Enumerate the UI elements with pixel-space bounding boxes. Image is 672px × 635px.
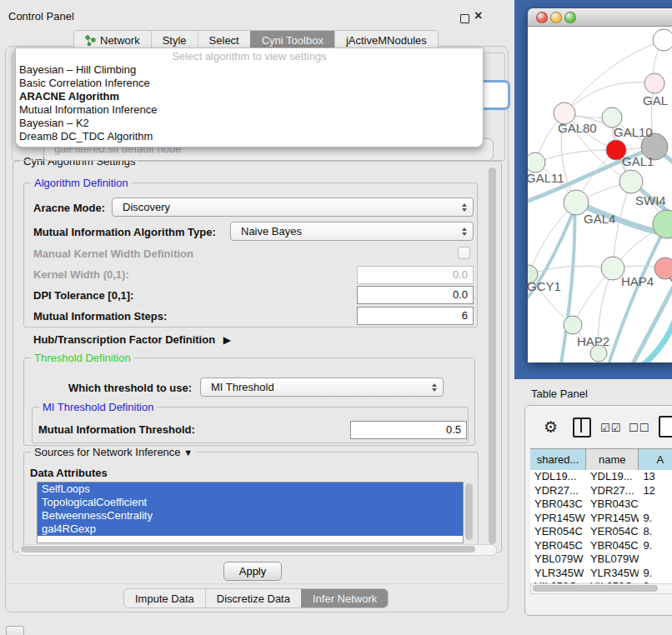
tab-style[interactable]: Style: [151, 31, 198, 49]
manual-kernel-label: Manual Kernel Width Definition: [33, 248, 193, 260]
table-cell: YBR045C: [586, 539, 639, 553]
data-attributes-list[interactable]: SelfLoopsTopologicalCoefficientBetweenne…: [37, 482, 464, 543]
tab-select[interactable]: Select: [198, 31, 250, 49]
node-label-y: Y: [669, 274, 672, 288]
table-cell: 8.: [639, 525, 672, 539]
node-label-gal1: GAL1: [622, 154, 654, 168]
table-panel-title: Table Panel: [531, 388, 588, 400]
aracne-mode-combo[interactable]: Discovery: [112, 198, 474, 217]
network-node-topn[interactable]: [653, 29, 672, 51]
table-row[interactable]: YER054CYER054C8.: [530, 525, 672, 539]
tab-impute-data[interactable]: Impute Data: [124, 589, 205, 608]
mi-steps-field[interactable]: 6: [357, 307, 474, 325]
zoom-traffic-light[interactable]: [564, 12, 576, 23]
minimize-traffic-light[interactable]: [550, 12, 562, 23]
column-header-name[interactable]: name: [586, 449, 639, 470]
table-cell: YBL079W: [530, 552, 586, 567]
table-row[interactable]: YDL19...YDL19...13: [530, 470, 672, 484]
close-panel-button[interactable]: ×: [474, 12, 482, 20]
network-graph[interactable]: GALGAL80GAL10GAL1GAL11SWI4GAL4GCY1HAP4YH…: [528, 27, 672, 362]
kernel-width-field[interactable]: 0.0: [357, 266, 474, 284]
network-window-titlebar[interactable]: [528, 8, 672, 27]
algorithm-option-bayesian-hill-climbing[interactable]: Bayesian – Hill Climbing: [16, 63, 483, 77]
divider: [7, 583, 505, 584]
attribute-item-betweennesscentrality[interactable]: BetweennessCentrality: [38, 509, 463, 522]
attribute-item-topologicalcoefficient[interactable]: TopologicalCoefficient: [38, 496, 463, 509]
node-label-gal: GAL: [643, 93, 668, 108]
mi-threshold-field[interactable]: 0.5: [350, 421, 467, 439]
collapsed-panel-button[interactable]: [6, 626, 24, 635]
close-traffic-light[interactable]: [536, 12, 548, 23]
columns-divider: [580, 419, 582, 432]
table-row[interactable]: YPR145WYPR145W9.: [530, 512, 672, 526]
table-row[interactable]: YBL079WYBL079W: [530, 552, 672, 567]
table-cell: YBL079W: [586, 552, 639, 567]
algorithm-list: Bayesian – Hill ClimbingBasic Correlatio…: [16, 63, 483, 143]
table-cell: YBR043C: [586, 498, 639, 512]
algorithm-dropdown-popup: Select algorithm to view settings Bayesi…: [15, 48, 484, 148]
network-edge-highlighted: [561, 205, 574, 362]
table-cell: YDL19...: [530, 470, 586, 484]
manual-kernel-checkbox[interactable]: [458, 247, 470, 259]
table-cell: YDR27...: [586, 484, 639, 498]
algorithm-option-aracne-algorithm[interactable]: ARACNE Algorithm: [16, 90, 483, 103]
columns-icon[interactable]: [573, 418, 591, 438]
tab-network-label: Network: [100, 34, 140, 47]
apply-button[interactable]: Apply: [223, 562, 282, 581]
table-cell: [639, 498, 672, 512]
table-row[interactable]: YDR27...YDR27...12: [530, 484, 672, 498]
table-cell: YLR345W: [530, 567, 586, 581]
tab-select-label: Select: [209, 34, 239, 47]
tab-cyni-toolbox-label: Cyni Toolbox: [262, 34, 323, 47]
algorithm-option-bayesian-k2[interactable]: Bayesian – K2: [16, 117, 483, 130]
settings-hscroll-track[interactable]: [18, 544, 497, 556]
settings-vertical-scrollbar[interactable]: [489, 168, 496, 544]
tab-cyni-toolbox[interactable]: Cyni Toolbox: [250, 31, 334, 49]
checked-pair-icon[interactable]: ☑☑: [600, 422, 621, 434]
column-header-a[interactable]: A: [639, 449, 672, 470]
table-row[interactable]: YBR043CYBR043C: [530, 498, 672, 512]
tab-style-label: Style: [163, 34, 187, 47]
tab-discretize-data[interactable]: Discretize Data: [205, 589, 301, 608]
network-node-hap2[interactable]: [564, 316, 582, 334]
table-cell: YBR045C: [530, 539, 586, 553]
dpi-tolerance-field[interactable]: 0.0: [357, 286, 474, 304]
attribute-item-gal4rgexp[interactable]: gal4RGexp: [38, 522, 463, 536]
node-label-gcy1: GCY1: [528, 279, 561, 293]
which-threshold-combo[interactable]: MI Threshold: [200, 378, 444, 397]
tab-jactivemnodules[interactable]: jActiveMNodules: [334, 31, 438, 49]
attributes-scrollbar[interactable]: [465, 483, 473, 540]
table-cell: 9.: [639, 567, 672, 581]
algorithm-option-mutual-information-inference[interactable]: Mutual Information Inference: [16, 103, 483, 117]
table-row[interactable]: YLR345WYLR345W9.: [530, 567, 672, 581]
sources-title-wrap[interactable]: Sources for Network Inference ▼: [31, 446, 196, 458]
algorithm-option-basic-correlation-inference[interactable]: Basic Correlation Inference: [16, 77, 483, 90]
node-label-gal11: GAL11: [528, 171, 564, 185]
column-header-shared[interactable]: shared...: [530, 449, 586, 470]
table-hscroll-thumb[interactable]: [533, 585, 658, 592]
network-node-galtr[interactable]: [644, 73, 664, 93]
table-cell: YPR145W: [586, 512, 639, 526]
node-label-gal4: GAL4: [584, 212, 615, 226]
gear-icon[interactable]: ⚙: [544, 418, 558, 437]
float-panel-button[interactable]: [460, 12, 469, 27]
table-cell: [639, 552, 672, 567]
chevron-updown-icon: [432, 383, 437, 392]
node-label-gal80: GAL80: [558, 121, 597, 135]
network-node-gal11[interactable]: [528, 152, 545, 172]
tab-network[interactable]: Network: [74, 31, 151, 49]
algorithm-option-dream8-dc-tdc-algorithm[interactable]: Dream8 DC_TDC Algorithm: [16, 130, 483, 143]
network-canvas[interactable]: GALGAL80GAL10GAL1GAL11SWI4GAL4GCY1HAP4YH…: [528, 27, 672, 362]
unchecked-pair-icon[interactable]: ☐☐: [629, 422, 649, 434]
hub-definition-toggle[interactable]: Hub/Transcription Factor Definition ▶: [33, 333, 231, 346]
mi-type-combo[interactable]: Naive Bayes: [230, 222, 474, 241]
table-row[interactable]: YBR045CYBR045C9.: [530, 539, 672, 553]
settings-hscroll-thumb[interactable]: [21, 546, 475, 552]
network-node-swi4n[interactable]: [619, 170, 643, 193]
attribute-item-selfloops[interactable]: SelfLoops: [38, 482, 463, 496]
table-cell: YDR27...: [530, 484, 586, 498]
document-icon[interactable]: [659, 416, 672, 438]
tab-discretize-data-label: Discretize Data: [217, 592, 290, 605]
table-hscroll-track[interactable]: [530, 583, 672, 594]
tab-infer-network[interactable]: Infer Network: [301, 589, 388, 608]
